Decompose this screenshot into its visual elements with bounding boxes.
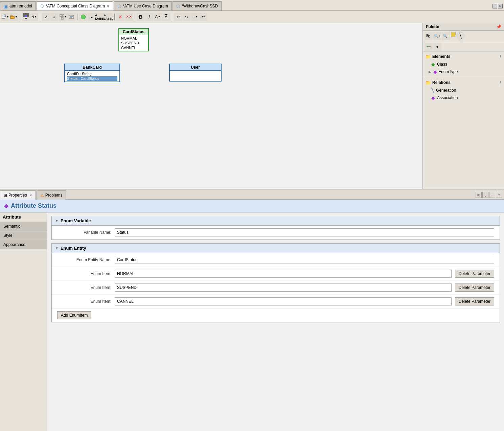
- format-btn[interactable]: [67, 13, 75, 21]
- tab-close-icon-1[interactable]: ✕: [107, 4, 109, 8]
- new-diagram-btn[interactable]: ▼: [1, 13, 9, 21]
- arrow-btn[interactable]: →▼: [191, 13, 199, 21]
- minimize-btn[interactable]: ─: [492, 4, 497, 8]
- maximize-btn[interactable]: □: [498, 4, 503, 8]
- toolbar-group-4: ⬥ ALABEL ALABEL: [79, 13, 113, 21]
- sep-3: [77, 14, 77, 20]
- palette-item-class[interactable]: ◆ Class: [423, 61, 504, 68]
- bankcard-attr-2[interactable]: Status : CardStatus: [67, 76, 117, 81]
- palette-zoom-out-btn[interactable]: 🔍−: [442, 32, 450, 40]
- enum-entity-header[interactable]: ▼ Enum Entity: [52, 244, 500, 253]
- palette-item-association[interactable]: ◆ Association: [423, 94, 504, 101]
- variable-name-label: Variable Name:: [57, 230, 111, 235]
- cross-btn[interactable]: ⬥: [88, 13, 96, 21]
- palette-pin-icon[interactable]: 📌: [496, 24, 501, 29]
- label-btn2[interactable]: ALABEL: [105, 13, 113, 21]
- add-enum-item-btn[interactable]: Add EnumItem: [57, 311, 91, 319]
- main-layout: CardStatus NORMAL SUSPEND CANNEL BankCar…: [0, 23, 504, 189]
- undo-btn[interactable]: ↩: [174, 13, 182, 21]
- palette-relations-section: 📁 Relations ⋮ ╲ Generation ◆ Association: [423, 78, 504, 102]
- sidebar-item-appearance[interactable]: Appearance: [0, 240, 47, 249]
- enum-entity-section: ▼ Enum Entity Enum Entity Name: Enum Ite…: [51, 243, 500, 322]
- svg-rect-6: [61, 17, 63, 19]
- class-bankcard[interactable]: BankCard CardID : String Status : CardSt…: [64, 64, 120, 82]
- bottom-tab-bar: ⊞ Properties ✕ ⚠ Problems ✏ ⋮ ─ □: [0, 189, 504, 200]
- class-label: Class: [437, 62, 447, 67]
- relations-label: Relations: [432, 80, 451, 85]
- palette-item-generation[interactable]: ╲ Generation: [423, 87, 504, 94]
- tab-properties[interactable]: ⊞ Properties ✕: [0, 190, 36, 200]
- properties-tab-close[interactable]: ✕: [29, 194, 32, 197]
- bankcard-attr-1[interactable]: CardID : String: [67, 71, 117, 76]
- open-btn[interactable]: ▼: [10, 13, 18, 21]
- tab-atm-ssd[interactable]: ⬡ *WithdrawCashSSD: [173, 1, 222, 10]
- enum-variable-header[interactable]: ▼ Enum Variable: [52, 216, 500, 226]
- properties-title-bar: ◆ Attribute Status: [0, 200, 504, 212]
- label-btn[interactable]: ALABEL: [96, 13, 104, 21]
- bold-btn[interactable]: B: [137, 13, 145, 21]
- tab-problems[interactable]: ⚠ Problems: [37, 190, 66, 200]
- tab-atm-class[interactable]: ⬡ *ATM Conceptual Class Diagram ✕: [37, 1, 113, 10]
- palette-line-btn[interactable]: ╱: [455, 30, 466, 42]
- class-user-body: [170, 71, 221, 81]
- arrange-btn[interactable]: ▼: [59, 13, 67, 21]
- enum-item-2-input[interactable]: [115, 283, 452, 292]
- layout-btn[interactable]: N▼: [30, 13, 38, 21]
- window-controls: ─ □: [491, 1, 504, 10]
- tab-file-icon: ▣: [4, 4, 8, 9]
- enumtype-expand-icon: ▶: [429, 70, 431, 74]
- minimize-panel-btn[interactable]: ─: [489, 192, 495, 198]
- undo2-btn[interactable]: ↩: [199, 13, 207, 21]
- sidebar-item-semantic[interactable]: Semantic: [0, 222, 47, 231]
- palette-arrow-down-btn[interactable]: ▼: [433, 43, 441, 51]
- properties-main: ▼ Enum Variable Variable Name: ▼ Enum En…: [47, 212, 504, 431]
- font-btn[interactable]: A▼: [154, 13, 162, 21]
- delete-param-3-btn[interactable]: Delete Parameter: [455, 297, 494, 305]
- class-user-header: User: [170, 64, 221, 71]
- grid-btn[interactable]: ▼: [22, 13, 30, 21]
- enum-variable-arrow: ▼: [55, 219, 59, 223]
- enum-item-3-row: Enum Item: Delete Parameter: [52, 295, 500, 309]
- association-icon: ◆: [431, 95, 435, 100]
- circle-btn[interactable]: [79, 13, 87, 21]
- sep-4: [114, 14, 115, 20]
- enum-item-1-input[interactable]: [115, 270, 452, 278]
- delete-param-1-btn[interactable]: Delete Parameter: [455, 270, 494, 278]
- palette-cursor-btn[interactable]: [425, 32, 433, 40]
- properties-tab-label: Properties: [8, 193, 27, 198]
- font-size-btn[interactable]: Ā: [162, 13, 170, 21]
- tab-atm-usecase[interactable]: ⬡ *ATM Use Case Diagram: [114, 1, 172, 10]
- palette-elements-header[interactable]: 📁 Elements ⋮: [423, 52, 504, 61]
- palette-extra-btn[interactable]: [425, 43, 433, 51]
- variable-name-input[interactable]: [115, 228, 494, 236]
- class-bankcard-body: CardID : String Status : CardStatus: [65, 71, 119, 82]
- export-btn[interactable]: ↗: [42, 13, 50, 21]
- sidebar-item-style[interactable]: Style: [0, 231, 47, 240]
- delete-btn[interactable]: ✕: [116, 13, 124, 21]
- italic-btn[interactable]: I: [145, 13, 153, 21]
- palette-panel: Palette 📌 🔍+ 🔍− ╱ ▼ 📁 Elements: [423, 23, 504, 189]
- class-user[interactable]: User: [169, 64, 222, 82]
- palette-relations-header[interactable]: 📁 Relations ⋮: [423, 78, 504, 87]
- import-btn[interactable]: ↙: [50, 13, 59, 21]
- enum-entity-name-input[interactable]: [115, 256, 494, 264]
- palette-zoom-in-btn[interactable]: 🔍+: [433, 32, 441, 40]
- generation-icon: ╲: [431, 88, 434, 93]
- tab-atm-remodel[interactable]: ▣ atm.remodel: [0, 1, 36, 10]
- enum-item-2-row: Enum Item: Delete Parameter: [52, 281, 500, 295]
- delete-param-2-btn[interactable]: Delete Parameter: [455, 283, 494, 292]
- delete-all-btn[interactable]: ✕✕: [125, 13, 133, 21]
- maximize-panel-btn[interactable]: □: [496, 192, 502, 198]
- palette-title: Palette: [426, 24, 439, 29]
- enum-item-2-label: Enum Item:: [57, 285, 111, 290]
- association-label: Association: [437, 95, 458, 100]
- canvas-area[interactable]: CardStatus NORMAL SUSPEND CANNEL BankCar…: [0, 23, 423, 189]
- new-editor-btn[interactable]: ✏: [476, 192, 482, 198]
- redo-btn[interactable]: ↩: [182, 13, 190, 21]
- tab-bar: ▣ atm.remodel ⬡ *ATM Conceptual Class Di…: [0, 0, 504, 11]
- view-menu-btn[interactable]: ⋮: [482, 192, 488, 198]
- palette-item-enumtype[interactable]: ▶ ◆ EnumType: [423, 68, 504, 75]
- enum-item-3-input[interactable]: [115, 297, 452, 305]
- class-cardstatus[interactable]: CardStatus NORMAL SUSPEND CANNEL: [118, 28, 149, 51]
- elements-collapse-icon: ⋮: [499, 55, 502, 59]
